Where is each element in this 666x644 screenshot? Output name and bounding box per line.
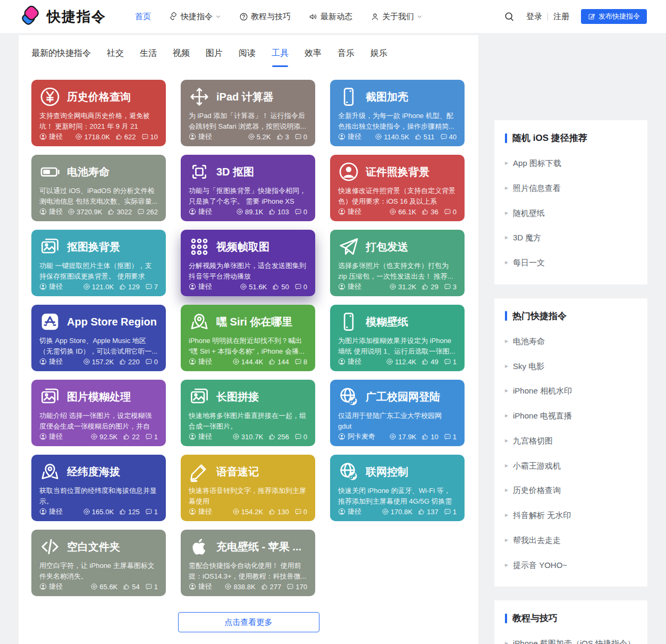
comment-count: 170 [286,583,307,591]
card-author[interactable]: 捷径 [189,207,212,216]
card-author[interactable]: 捷径 [189,132,212,141]
shortcut-card[interactable]: 截图加壳 全新升级，为每一款 iPhone 机型、配色推出独立快捷指令，操作步骤… [330,80,465,146]
sidebar-link[interactable]: ▸抖音解析 无水印 [505,509,637,521]
card-author[interactable]: 捷径 [189,432,212,441]
sidebar-link[interactable]: ▸历史价格查询 [505,484,637,496]
view-icon [75,133,82,140]
view-icon [386,358,393,365]
view-icon [382,508,389,515]
like-icon [268,508,276,515]
tab-6[interactable]: 工具 [272,48,289,67]
card-author[interactable]: 捷径 [39,207,63,216]
shortcut-card[interactable]: 模糊壁纸 为图片添加模糊效果并设定为 iPhone 墙纸 使用说明 1、运行后选… [330,305,465,371]
sidebar-link[interactable]: ▸每日一文 [505,257,637,269]
view-count: 154.2K [232,508,263,516]
card-title: 3D 抠图 [216,165,254,179]
shortcut-card[interactable]: 抠图换背景 功能 一键提取照片主体（抠图），支持保存抠图或更换背景。 使用要求 … [31,230,166,296]
shortcut-card[interactable]: iPad 计算器 为 iPad 添加「计算器」！ 运行指令后会跳转到 Safar… [181,80,315,146]
sidebar-link[interactable]: ▸App 图标下载 [505,157,637,169]
sidebar-link[interactable]: ▸iPhone 电视直播 [505,410,637,422]
comment-icon [444,208,451,215]
shortcut-card[interactable]: 语音速记 快速将语音转到文字，推荐添加到主屏幕使用 捷径 154.2K 130 … [181,455,315,521]
nav-item-0[interactable]: 首页 [135,12,151,22]
tab-9[interactable]: 娱乐 [370,48,387,67]
card-stats: 17.9K 10 1 [389,433,457,441]
search-icon[interactable] [504,11,515,22]
like-count: 3 [276,133,289,141]
person-circle-icon [189,433,196,440]
shortcut-card[interactable]: App Store Region 切换 App Store、Apple Musi… [31,305,166,371]
login-link[interactable]: 登录 [526,12,542,22]
card-footer: 捷径 65.6K 54 1 [39,582,158,591]
card-header: 充电壁纸 - 苹果 ... [189,536,307,557]
sidebar-link[interactable]: ▸帮我出去走走 [505,534,637,546]
card-author[interactable]: 捷径 [39,582,63,591]
sidebar-link[interactable]: ▸随机壁纸 [505,207,637,219]
card-author[interactable]: 捷径 [189,282,212,291]
sidebar-link[interactable]: ▸Sky 电影 [505,361,637,372]
card-author[interactable]: 阿卡麦奇 [338,432,375,441]
view-count: 31.2K [389,283,416,291]
card-description: 可以通过 iOS、iPadOS 的分析文件检测电池信息 包括充电次数、实际容量.… [39,186,158,206]
nav-item-3[interactable]: 最新动态 [309,12,352,22]
card-author[interactable]: 捷径 [39,507,63,516]
card-header: 电池寿命 [39,161,158,182]
sidebar-link[interactable]: ▸iPhone 截图加壳（iOS 快捷指令）手动设置机型教程 [505,638,637,644]
tab-0[interactable]: 最新的快捷指令 [31,48,91,67]
card-author[interactable]: 捷径 [338,282,361,291]
shortcut-card[interactable]: 嘿 Siri 你在哪里 iPhone 明明就在附近却找不到？喊出 “嘿 Siri… [181,305,315,371]
card-author[interactable]: 捷径 [338,207,361,216]
card-author[interactable]: 捷径 [189,582,212,591]
tab-4[interactable]: 图片 [206,48,223,67]
nav-item-1[interactable]: 快捷指令 [169,12,221,22]
shortcut-card[interactable]: 联网控制 快速关闭 iPhone 的蓝牙、Wi-Fi 等，推荐添加到主屏幕使用 … [330,455,465,521]
card-author[interactable]: 捷径 [39,432,63,441]
sidebar-link[interactable]: ▸九宫格切图 [505,435,637,447]
publish-shortcut-button[interactable]: 发布快捷指令 [581,9,647,24]
shortcut-card[interactable]: 图片模糊处理 功能介绍 选择一张图片，设定模糊强度便会生成一张模糊后的图片，并自… [31,380,166,446]
card-stats: 165.0K 125 1 [83,508,158,516]
speaker-icon [309,12,318,21]
like-count: 49 [421,358,438,366]
sidebar-link[interactable]: ▸照片信息查看 [505,182,637,194]
nav-item-4[interactable]: 关于我们 [370,12,423,22]
sidebar-link[interactable]: ▸iPhone 相机水印 [505,385,637,397]
card-author[interactable]: 捷径 [39,282,63,291]
sidebar-link[interactable]: ▸电池寿命 [505,336,637,347]
card-author[interactable]: 捷径 [338,357,361,366]
card-author[interactable]: 捷径 [338,507,361,516]
shortcut-card[interactable]: 广工校园网登陆 仅适用于登陆广东工业大学校园网 gdut 阿卡麦奇 17.9K … [330,380,465,446]
card-title: 经纬度海拔 [67,465,120,479]
card-author[interactable]: 捷径 [39,357,63,366]
card-author[interactable]: 捷径 [189,357,212,366]
shortcut-card[interactable]: 视频帧取图 分解视频为单张图片，适合发送图集到抖音等平台滑动播放 捷径 51.6… [181,230,315,296]
card-author[interactable]: 捷径 [189,507,212,516]
tab-5[interactable]: 阅读 [239,48,256,67]
card-author[interactable]: 捷径 [338,132,361,141]
sidebar-link[interactable]: ▸小霸王游戏机 [505,460,637,472]
shortcut-card[interactable]: 电池寿命 可以通过 iOS、iPadOS 的分析文件检测电池信息 包括充电次数、… [31,155,166,221]
register-link[interactable]: 注册 [553,12,569,22]
tab-7[interactable]: 效率 [305,48,322,67]
shortcut-card-grid: 历史价格查询 支持查询全网电商历史价格，避免被坑！ 更新时间：2021 年 9 … [31,80,466,596]
shortcut-card[interactable]: 空白文件夹 用空白字符，让 iPhone 主屏幕图标文件夹名称消失。 捷径 65… [31,530,166,596]
site-logo[interactable]: 快捷指令 [19,5,106,28]
shortcut-card[interactable]: 长图拼接 快速地将多张图片垂直拼接在一起，组合成一张图片。 捷径 310.7K … [181,380,315,446]
shortcut-card[interactable]: 经纬度海拔 获取当前位置的经纬度和海拔信息并显示。 捷径 165.0K 125 … [31,455,166,521]
load-more-button[interactable]: 点击查看更多 [178,612,319,632]
nav-item-2[interactable]: 教程与技巧 [239,12,291,22]
sidebar-link[interactable]: ▸3D 魔方 [505,232,637,244]
author-name: 捷径 [348,507,361,516]
sidebar-link[interactable]: ▸提示音 YOHO~ [505,559,637,571]
shortcut-card[interactable]: 3D 抠图 功能与「抠图换背景」快捷指令相同，只是换了个名字。 需要 iPhon… [181,155,315,221]
shortcut-card[interactable]: 充电壁纸 - 苹果 ... 需配合快捷指令自动化使用！ 使用前提：iOS14.3… [181,530,315,596]
shortcut-card[interactable]: 打包发送 选择多张照片（也支持文件）打包为 zip 压缩包，一次性发送出去！ 推… [330,230,465,296]
card-author[interactable]: 捷径 [39,132,63,141]
shortcut-card[interactable]: 证件照换背景 快速修改证件照背景（支持自定义背景色）使用要求：iOS 16 及以… [330,155,465,221]
shortcut-card[interactable]: 历史价格查询 支持查询全网电商历史价格，避免被坑！ 更新时间：2021 年 9 … [31,80,166,146]
tab-1[interactable]: 社交 [107,48,124,67]
right-sidebar: 随机 iOS 捷径推荐▸App 图标下载▸照片信息查看▸随机壁纸▸3D 魔方▸每… [494,35,647,644]
tab-8[interactable]: 音乐 [338,48,355,67]
tab-3[interactable]: 视频 [173,48,190,67]
tab-2[interactable]: 生活 [140,48,157,67]
